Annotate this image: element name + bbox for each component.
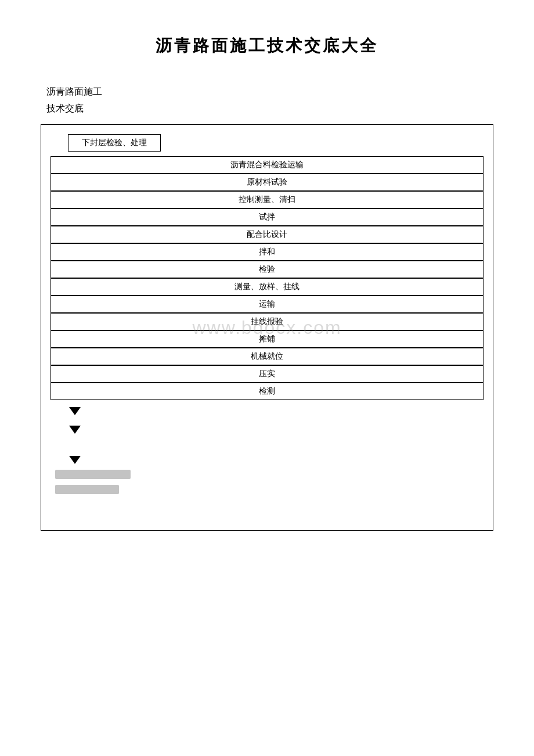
arrow-1 [69, 407, 81, 415]
flow-box-9: 测量、放样、挂线 [50, 278, 484, 296]
flow-boxes-column: 下封层检验、处理 沥青混合料检验运输 原材料试验 控制测量、清扫 试拌 配合比设… [50, 134, 484, 400]
flow-box-3: 原材料试验 [50, 174, 484, 191]
flow-box-12: 摊铺 [50, 330, 484, 348]
flow-box-1: 下封层检验、处理 [68, 134, 161, 152]
subtitle-1: 沥青路面施工 [41, 86, 493, 98]
page-title: 沥青路面施工技术交底大全 [41, 35, 493, 57]
flow-box-10: 运输 [50, 296, 484, 313]
subtitle-2: 技术交底 [41, 103, 493, 115]
flow-box-5: 试拌 [50, 208, 484, 226]
flow-box-13: 机械就位 [50, 348, 484, 365]
blurred-line-2 [55, 485, 119, 494]
arrow-2 [69, 426, 81, 434]
flow-box-14: 压实 [50, 365, 484, 383]
blurred-line-1 [55, 470, 131, 479]
flow-box-4: 控制测量、清扫 [50, 191, 484, 208]
flow-box-7: 拌和 [50, 243, 484, 261]
flow-box-6: 配合比设计 [50, 226, 484, 243]
diagram-container: www.bdocx.com 下封层检验、处理 沥青混合料检验运输 原材料试验 控… [41, 124, 493, 531]
bottom-text-section [50, 466, 484, 505]
arrow-3 [69, 456, 81, 464]
flow-box-8: 检验 [50, 261, 484, 278]
arrows-section [50, 400, 484, 466]
page: 沥青路面施工技术交底大全 沥青路面施工 技术交底 www.bdocx.com 下… [17, 0, 517, 756]
flow-box-11: 挂线报验 [50, 313, 484, 330]
flow-box-2: 沥青混合料检验运输 [50, 156, 484, 174]
flow-box-15: 检测 [50, 383, 484, 400]
